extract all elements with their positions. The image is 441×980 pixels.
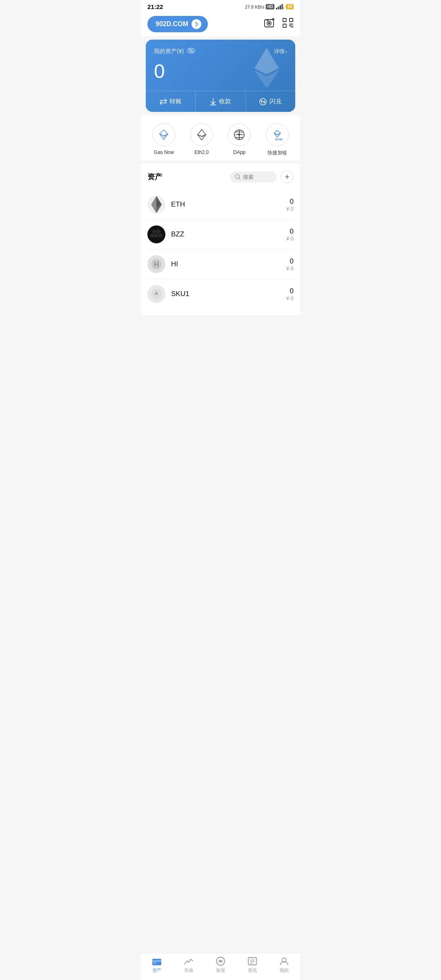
assets-title: 资产 [147,172,162,182]
hi-value: 0 ¥ 0 [286,257,294,272]
svg-rect-55 [248,958,256,965]
bzz-value: 0 ¥ 0 [286,227,294,242]
camera-add-button[interactable] [264,18,276,31]
svg-point-44 [156,229,160,234]
hd-badge: HD [266,4,274,9]
eth-name: ETH [171,200,286,209]
header: 902D.COM [141,12,300,36]
svg-rect-50 [152,959,161,965]
receive-label: 收款 [219,98,231,105]
svg-rect-11 [283,18,286,22]
svg-point-45 [154,234,158,238]
scan-button[interactable] [282,18,294,31]
svg-marker-35 [274,133,281,137]
quick-item-gas-now[interactable]: Gas Now [152,123,175,156]
sku1-logo [147,285,165,303]
detail-link[interactable]: 详情 › [274,48,287,55]
nav-item-discover[interactable]: 发现 [205,957,236,973]
hi-name: HI [171,260,286,268]
eth-value: 0 ¥ 0 [286,198,294,212]
bzz-cny: ¥ 0 [286,236,294,242]
svg-rect-1 [278,7,279,9]
sku1-value: 0 ¥ 0 [286,287,294,301]
svg-text:EVM: EVM [275,138,283,141]
nav-label-news: 资讯 [248,967,257,973]
bzz-logo [147,225,165,243]
status-bar: 21:22 27.8 KB/s HD 4G 18 [141,0,300,12]
assets-nav-icon [152,957,162,966]
svg-text:4G: 4G [283,6,284,9]
sku1-name: SKU1 [171,290,286,298]
news-nav-icon [247,957,257,966]
brand-label: 902D.COM [156,20,188,28]
market-nav-icon [184,957,194,966]
svg-rect-8 [267,20,268,21]
transfer-label: 转账 [169,98,182,105]
svg-point-47 [158,234,163,238]
search-input[interactable] [243,174,272,180]
quick-item-quick-chain[interactable]: EVM 快捷加链 [266,123,289,156]
brand-arrow-icon [192,19,201,29]
add-asset-button[interactable]: + [281,170,294,183]
search-box[interactable] [230,172,276,183]
nav-item-market[interactable]: 市场 [173,957,205,973]
svg-point-46 [150,234,154,238]
svg-rect-51 [152,960,161,962]
svg-rect-13 [283,24,286,27]
transfer-button[interactable]: 转账 [146,91,196,112]
quick-item-eth2[interactable]: Eth2.0 [190,123,213,156]
assets-section: 资产 + ETH 0 ¥ 0 [141,164,300,315]
status-icons: 27.8 KB/s HD 4G 18 [245,4,294,10]
brand-button[interactable]: 902D.COM [147,16,208,32]
mine-nav-icon [279,957,289,966]
gas-now-icon [152,123,175,146]
asset-item-eth[interactable]: ETH 0 ¥ 0 [147,190,294,220]
eth2-icon [190,123,213,146]
assets-header: 资产 + [147,170,294,183]
action-buttons: 转账 收款 闪兑 [146,91,295,112]
svg-rect-2 [280,5,281,9]
nav-item-news[interactable]: 资讯 [236,957,268,973]
nav-item-assets[interactable]: 资产 [141,957,173,973]
svg-rect-12 [290,18,293,22]
swap-label: 闪兑 [270,98,282,105]
eth2-label: Eth2.0 [194,149,209,155]
nav-label-mine: 我的 [280,967,289,973]
eye-icon[interactable] [187,48,195,55]
quick-chain-icon: EVM [266,123,289,146]
nav-label-discover: 发现 [216,967,225,973]
receive-button[interactable]: 收款 [196,91,245,112]
speed-text: 27.8 KB/s [245,4,265,9]
nav-item-mine[interactable]: 我的 [268,957,300,973]
asset-item-sku1[interactable]: SKU1 0 ¥ 0 [147,279,294,309]
bottom-nav: 资产 市场 发现 资讯 我的 [141,953,300,980]
hi-logo [147,255,165,273]
quick-item-dapp[interactable]: DApp [228,123,251,156]
asset-item-hi[interactable]: HI 0 ¥ 0 [147,249,294,279]
eth-balance: 0 [286,198,294,206]
network-icon: 4G [276,4,284,10]
svg-point-7 [268,22,270,24]
hi-cny: ¥ 0 [286,265,294,272]
svg-point-54 [220,960,221,962]
eth-cny: ¥ 0 [286,206,294,212]
status-time: 21:22 [147,3,163,10]
svg-rect-52 [154,962,156,963]
asset-label: 我的资产(¥) [154,48,184,55]
gas-now-label: Gas Now [154,149,174,155]
sku1-balance: 0 [286,287,294,295]
svg-line-38 [239,178,240,179]
dapp-icon [228,123,251,146]
quick-chain-label: 快捷加链 [267,149,287,156]
quick-menu: Gas Now Eth2.0 DApp [141,115,300,160]
search-icon [235,174,241,180]
bzz-balance: 0 [286,227,294,236]
asset-label-row: 我的资产(¥) [154,48,195,55]
swap-button[interactable]: 闪兑 [246,91,295,112]
dapp-label: DApp [233,149,245,155]
svg-marker-26 [164,134,168,138]
eth-logo [147,196,165,214]
asset-item-bzz[interactable]: BZZ 0 ¥ 0 [147,220,294,249]
nav-label-assets: 资产 [152,967,161,973]
bzz-name: BZZ [171,230,286,238]
